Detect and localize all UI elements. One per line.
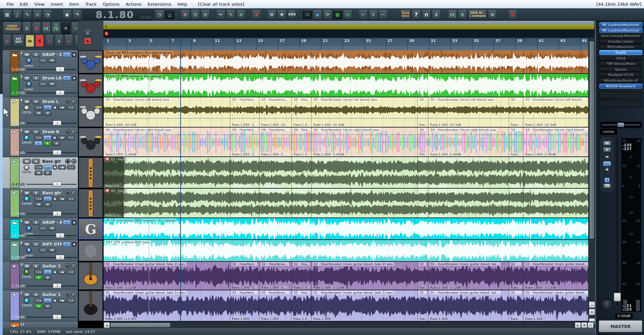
trim-button[interactable]: TR <box>35 111 43 115</box>
audio-item[interactable]: 02 - Heartbreaker (main guitar bleed, ta… <box>311 262 417 290</box>
track-name[interactable]: Guitar 2 <box>42 264 64 269</box>
track-manager-button[interactable]: ≣ <box>458 10 467 19</box>
audio-item[interactable]: 03 - Heartbreaker (bass bleed).wavRate:1… <box>311 189 417 218</box>
audio-item[interactable]: 05 - Heartbre…Rate:1.000 -1… <box>230 97 259 127</box>
volume-fader[interactable] <box>27 211 77 217</box>
mute-button[interactable]: m <box>23 264 31 269</box>
mute-all-button[interactable]: m <box>26 35 34 47</box>
track-name[interactable]: GRUP - All Gtr <box>42 220 62 225</box>
midi-item[interactable]: RIFF GTR untitled MIDI item <box>103 240 594 261</box>
audio-item[interactable]: 05 - …Rate:… <box>509 97 523 127</box>
horizontal-scroll-thumb[interactable] <box>110 323 171 328</box>
fx-slot-zero-crossing-maximizer[interactable]: Zero Crossing Maximizer <box>599 33 642 38</box>
solo-all-button[interactable]: S <box>35 35 44 47</box>
env-button[interactable]: ⊥⊥ <box>67 298 75 303</box>
env-button[interactable]: ⊥⊥ <box>39 82 47 86</box>
master-trim-button[interactable]: TR <box>603 183 611 188</box>
fx-empty-slot[interactable] <box>599 91 642 99</box>
pan-knob[interactable] <box>24 298 29 303</box>
read-automation-button[interactable]: R <box>35 304 43 308</box>
audio-item[interactable]: 01 …Rat… <box>417 290 428 321</box>
track-color-strip[interactable] <box>10 323 19 327</box>
duplicate-pages-button[interactable]: ⧉ <box>488 10 497 19</box>
pencil-tool-button[interactable]: ✎ <box>226 10 235 19</box>
monitor-mode-button[interactable]: ▸● <box>58 165 66 170</box>
audio-item[interactable]: 05 - Heartbreaker (drum left bleed).wavR… <box>311 97 417 127</box>
track-panel-drum-l[interactable]: 4msDrum L●◂100%L-□-▸-□-●▸●⊥⊥TRØ-2.41dB <box>3 97 78 128</box>
monitor-button[interactable]: ◂ <box>71 292 77 297</box>
solo-button[interactable]: s <box>32 242 40 247</box>
mute-button[interactable]: m <box>23 76 31 81</box>
route-list-button[interactable]: ≔ <box>64 35 73 47</box>
hscroll-right-button[interactable]: ▸ <box>575 322 581 328</box>
fx-show-button[interactable]: FX◉ <box>52 22 60 34</box>
route-button[interactable]: -□- <box>44 165 52 170</box>
audio-item[interactable]: 02 - Heartbre…Rate:1.000 -3… <box>230 262 259 290</box>
hscroll-minus-button[interactable]: − <box>588 322 594 328</box>
fx-slot-tbp-stereo2mono[interactable]: TBP Stereo2Mono <box>599 61 642 66</box>
solo-button[interactable]: s <box>32 220 40 225</box>
latch-button[interactable]: ⊐ <box>34 141 42 146</box>
record-arm-button[interactable]: ● <box>72 76 77 81</box>
help-button[interactable]: ? <box>412 10 421 19</box>
audio-item[interactable]: 01 - Heartbreaker (main guitar bleed, ta… <box>103 290 230 321</box>
actions-button[interactable]: ✥ <box>277 10 286 19</box>
record-arm-button[interactable]: ● <box>72 242 77 247</box>
audio-item[interactable]: 03 - Heartbreaker (bass bleed).wavRate:1… <box>124 157 230 188</box>
pan-knob[interactable] <box>24 105 29 110</box>
audio-item[interactable]: 03 …Rat… <box>417 189 428 218</box>
hscroll-left-button[interactable]: ◂ <box>104 322 110 328</box>
screenset-button[interactable]: ⊞ <box>201 10 210 19</box>
track-panel-riff-gtr[interactable]: 9msRIFF GTR-□-●center⊥⊥TR0.00dB <box>3 240 78 262</box>
midi-item[interactable]: All Gtr and Voises MIDI-элемент без имен… <box>103 218 594 239</box>
monitor-button[interactable]: ◂ <box>71 264 77 269</box>
routing-button[interactable]: -□- <box>63 242 71 247</box>
midi-item[interactable]: Drum set MIDI-элемент без имени-glued <box>103 50 594 73</box>
audio-item[interactable]: 02 - Hea…Rate:1.0… <box>291 262 311 290</box>
audio-item-muted[interactable]: M03 - Hea…Rate:1.0… <box>103 157 124 188</box>
tempo-sync-button[interactable]: ◷ <box>155 10 164 19</box>
save-as-numbered-button[interactable]: SAVE AS -с номером <box>468 10 487 19</box>
audio-item[interactable]: 01 - Heartbreaker (main guitar bleed, ta… <box>311 290 417 321</box>
track-panel-drum-r[interactable]: 5msDrum R●◂100%R-□-▸-□-●▸●⊥⊥⊐RØ-2.41dB <box>3 128 78 157</box>
audio-item[interactable]: 01 - Heartbrea…Rate:1.000 <box>259 290 291 321</box>
audio-item[interactable]: 03 - …Rate:… <box>509 157 523 188</box>
route-button[interactable]: -□- <box>44 196 52 201</box>
trim-button[interactable]: TR <box>35 171 43 175</box>
master-width-knob[interactable]: ⊺ <box>601 299 613 310</box>
fx-slot-reaspect-v1-05[interactable]: ReaSpect V1.05 <box>599 72 642 77</box>
audio-item[interactable]: 04 - Heartbreaker (drum right bleed)…Rat… <box>523 128 594 156</box>
audio-item[interactable]: 03 - …Rate:… <box>509 189 523 218</box>
env-button[interactable]: ⊥⊥ <box>67 165 75 170</box>
pan-knob[interactable] <box>24 196 29 202</box>
audio-item[interactable]: 03 - Heartbreaker (bass bleed).wavRate:1… <box>124 189 230 218</box>
solo-strip-button[interactable]: S <box>84 38 91 45</box>
audio-item[interactable]: 03 - Heartbreaker (bass bleed).wavRate:1… <box>428 189 509 218</box>
loop-toggle-button[interactable]: ⟳ <box>323 10 332 19</box>
track-name[interactable]: Drum R <box>42 130 64 134</box>
track-name[interactable]: GRUP - Drum s <box>42 52 62 57</box>
route-button[interactable]: -□- <box>44 270 52 274</box>
read-automation-button[interactable]: R <box>35 275 43 280</box>
nuke-button[interactable]: ☢ <box>508 10 517 19</box>
phase-button[interactable]: Ø <box>44 275 52 280</box>
crossfade-button[interactable]: ✕ <box>61 22 70 34</box>
vscroll-plus-button[interactable]: + <box>589 309 595 315</box>
audio-item[interactable]: 04 …Rat… <box>417 128 428 156</box>
player-tracker-button[interactable]: ПЛЕЕРТРЕККЕР <box>3 22 21 34</box>
route-send-button[interactable]: -□-▸ <box>35 165 43 170</box>
master-routing-button[interactable]: -□- <box>603 161 611 166</box>
fx-slot-nugen-visualizer2[interactable]: NUGEN Visualizer2 <box>599 84 642 89</box>
track-panel-drum-lr[interactable]: 3msDrum LR-□-●center⊥⊥TR-2.27dB <box>3 74 78 97</box>
volume-fader[interactable] <box>27 90 77 96</box>
fx-slot-specan[interactable]: Specan <box>599 67 642 72</box>
track-name[interactable]: Guitar 1 <box>42 292 64 297</box>
fx-empty-slot[interactable] <box>599 100 642 107</box>
master-fader[interactable] <box>617 138 618 305</box>
volume-fader[interactable] <box>27 315 77 320</box>
volume-fader[interactable] <box>27 283 77 289</box>
dot-button[interactable]: ● <box>53 298 57 303</box>
mixer-visibility-button[interactable]: ≣ <box>181 10 190 19</box>
audio-item[interactable]: 05 …Rat… <box>417 97 428 127</box>
pan-knob[interactable] <box>24 135 29 141</box>
